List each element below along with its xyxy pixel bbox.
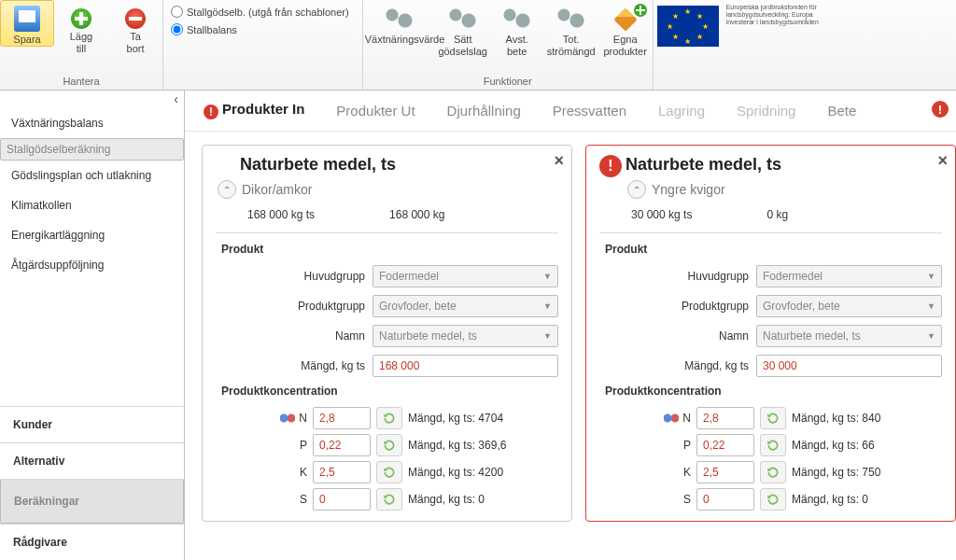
revert-button[interactable] [760,407,786,429]
amount-right: 0 kg [766,208,788,221]
close-card-button[interactable]: × [554,151,564,171]
plus-badge-icon [634,4,647,17]
section-title-concentration: Produktkoncentration [605,385,942,398]
field-label: K [216,466,313,479]
computed-amount: Mängd, kg ts: 369,6 [408,439,506,452]
dropdown[interactable]: Grovfoder, bete▼ [756,295,942,317]
avst-label: Avst. bete [492,34,542,58]
sidebar-bottom-item[interactable]: Beräkningar [0,479,184,524]
field-label: Huvudgrupp [599,270,756,283]
quantity-input[interactable]: 30 000 [756,355,942,377]
field-label: Produktgrupp [599,300,756,313]
gear-icon [446,6,480,32]
revert-button[interactable] [376,488,402,511]
dropdown[interactable]: Fodermedel▼ [756,265,942,287]
concentration-input[interactable]: 0,22 [696,434,754,456]
field-label: Huvudgrupp [216,270,373,283]
sidebar-bottom-item[interactable]: Alternativ [0,442,184,479]
sidebar-item[interactable]: Stallgödselberäkning [0,138,184,161]
computed-amount: Mängd, kg ts: 4200 [408,466,503,479]
revert-button[interactable] [376,407,402,429]
dropdown-value: Fodermedel [763,270,822,283]
tot-stromangd-button[interactable]: Tot. strömängd [544,0,598,58]
save-button[interactable]: Spara [0,0,54,47]
radio-schablon-input[interactable] [171,6,183,18]
dropdown-value: Grovfoder, bete [763,300,840,313]
revert-button[interactable] [760,488,786,511]
concentration-input[interactable]: 2,8 [696,407,754,429]
ribbon-group-label: Hantera [0,74,162,90]
tab[interactable]: Pressvatten [551,97,628,124]
field-label: Produktgrupp [216,300,373,313]
save-icon [14,6,40,32]
dropdown[interactable]: Naturbete medel, ts▼ [756,325,942,347]
tab[interactable]: !Produkter In [202,95,306,125]
radio-schablon[interactable]: Stallgödselb. (utgå från schabloner) [171,6,349,18]
ribbon-group-eu: ★ ★ ★ ★ ★ ★ ★ ★ Europeiska jordbruksfond… [654,0,842,90]
dropdown[interactable]: Grovfoder, bete▼ [373,295,558,317]
sidebar-bottom-item[interactable]: Rådgivare [0,524,184,560]
sidebar-item[interactable]: Växtnäringsbalans [0,108,184,138]
card-group: Yngre kvigor [652,182,725,197]
computed-amount: Mängd, kg ts: 4704 [408,412,503,425]
radio-stallbalans[interactable]: Stallbalans [171,23,349,35]
cards-container: ×Naturbete medel, ts⌃Dikor/amkor168 000 … [185,132,956,522]
collapse-sidebar-icon[interactable]: ‹ [174,91,178,106]
concentration-input[interactable]: 0 [313,488,371,511]
concentration-input[interactable]: 2,8 [313,407,371,429]
section-title-concentration: Produktkoncentration [221,385,558,398]
avst-bete-button[interactable]: Avst. bete [490,0,544,58]
quantity-input[interactable]: 168 000 [373,355,558,377]
tab[interactable]: Djurhållning [445,97,523,124]
field-label: Namn [599,329,756,343]
radio-stallbalans-input[interactable] [171,23,183,35]
egna-produkter-button[interactable]: Egna produkter [598,0,653,58]
card-group: Dikor/amkor [242,182,312,197]
tot-label: Tot. strömängd [546,34,597,58]
concentration-input[interactable]: 2,5 [313,461,371,483]
molecule-icon [280,413,295,424]
concentration-input[interactable]: 2,5 [696,461,754,483]
field-label: Mängd, kg ts [599,359,756,372]
sidebar-item[interactable]: Åtgärdsuppföljning [0,250,184,280]
field-label: S [599,493,696,506]
field-label: N [216,412,313,425]
close-card-button[interactable]: × [937,151,948,171]
tab-label: Lagring [658,103,705,119]
tab-label: Produkter Ut [336,103,415,119]
tab-label: Spridning [737,103,795,119]
dropdown[interactable]: Fodermedel▼ [373,265,558,287]
sidebar-nav-top: VäxtnäringsbalansStallgödselberäkningGöd… [0,90,184,406]
revert-button[interactable] [760,434,786,456]
dropdown[interactable]: Naturbete medel, ts▼ [373,325,558,347]
revert-button[interactable] [760,461,786,483]
amount-right: 168 000 kg [389,208,444,221]
computed-amount: Mängd, kg ts: 0 [792,493,868,506]
sidebar-bottom-item[interactable]: Kunder [0,406,184,442]
tab[interactable]: Bete [825,97,858,124]
satt-godselslag-button[interactable]: Sätt gödselslag [436,0,490,58]
sidebar-item[interactable]: Energikartläggning [0,220,184,250]
concentration-input[interactable]: 0,22 [313,434,371,456]
save-label: Spara [2,34,52,46]
remove-label: Ta bort [110,31,161,55]
chevron-up-icon[interactable]: ⌃ [627,180,646,199]
chevron-down-icon: ▼ [543,272,552,281]
satt-label: Sätt gödselslag [438,34,488,58]
tab-label: Pressvatten [553,103,626,119]
sidebar-item[interactable]: Gödslingsplan och utlakning [0,161,184,190]
tab[interactable]: Produkter Ut [334,97,416,124]
computed-amount: Mängd, kg ts: 66 [792,439,875,452]
workspace: !Produkter InProdukter UtDjurhållningPre… [185,90,956,560]
chevron-up-icon[interactable]: ⌃ [218,180,236,199]
add-button[interactable]: Lägg till [54,0,108,55]
sidebar-item[interactable]: Klimatkollen [0,190,184,220]
chevron-down-icon: ▼ [927,301,935,311]
concentration-input[interactable]: 0 [696,488,754,511]
minus-icon [125,8,146,29]
radio-stallbalans-label: Stallbalans [187,24,237,35]
remove-button[interactable]: Ta bort [108,0,162,55]
vaxtnaringsvarde-button[interactable]: Växtnäringsvärde [363,0,436,46]
revert-button[interactable] [376,461,402,483]
revert-button[interactable] [376,434,402,456]
